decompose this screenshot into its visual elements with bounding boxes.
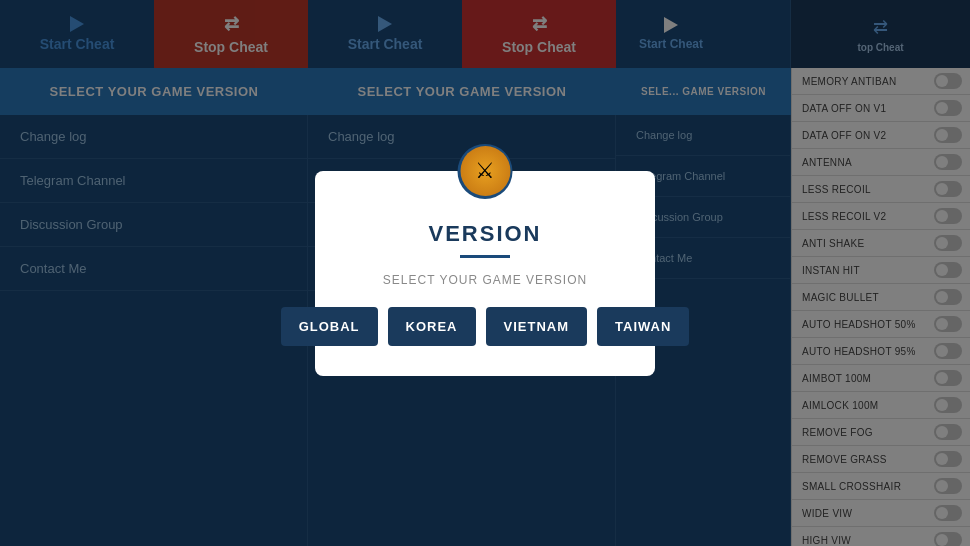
modal-logo: ⚔: [458, 144, 513, 199]
modal-buttons: GLOBAL KOREA VIETNAM TAIWAN: [340, 307, 630, 346]
modal-subtitle: SELECT YOUR GAME VERSION: [340, 273, 630, 287]
modal-vietnam-button[interactable]: VIETNAM: [486, 307, 588, 346]
version-modal: ⚔ VERSION SELECT YOUR GAME VERSION GLOBA…: [315, 171, 655, 376]
modal-overlay: ⚔ VERSION SELECT YOUR GAME VERSION GLOBA…: [0, 0, 970, 546]
modal-taiwan-button[interactable]: TAIWAN: [597, 307, 689, 346]
modal-global-button[interactable]: GLOBAL: [281, 307, 378, 346]
modal-korea-button[interactable]: KOREA: [388, 307, 476, 346]
modal-divider: [460, 255, 510, 258]
logo-icon: ⚔: [475, 158, 495, 184]
modal-title: VERSION: [340, 221, 630, 247]
modal-logo-inner: ⚔: [460, 146, 510, 196]
